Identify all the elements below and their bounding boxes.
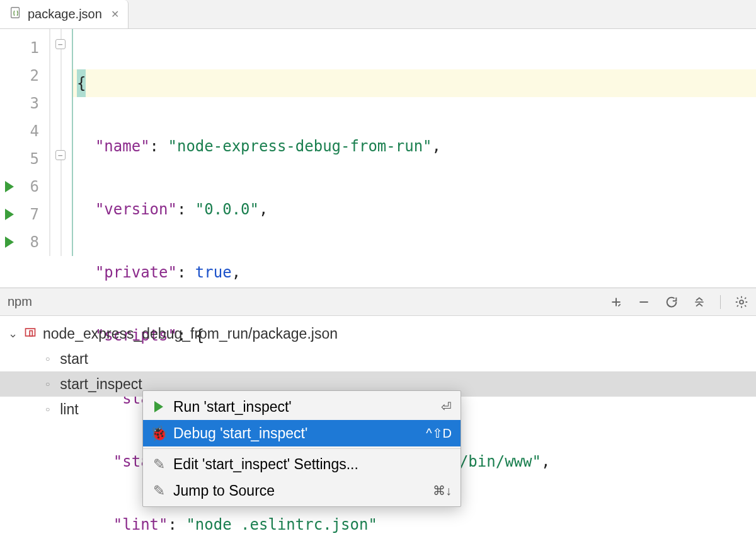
line-number: 3	[30, 90, 39, 117]
code-editor[interactable]: 1 2 3 4 5 6 7 8 − − { "name": "node-expr…	[0, 29, 756, 256]
menu-item-run[interactable]: Run 'start_inspect' ⏎	[143, 393, 461, 420]
npm-script-label: lint	[60, 401, 78, 418]
npm-scripts-tree: ⌄ node_express_debug_from_run/package.js…	[0, 316, 756, 427]
context-menu: Run 'start_inspect' ⏎ 🐞 Debug 'start_ins…	[142, 390, 461, 507]
svg-rect-0	[11, 8, 20, 18]
run-gutter-icon[interactable]	[5, 209, 14, 220]
expand-toggle-icon[interactable]: ⌄	[8, 327, 18, 341]
close-tab-icon[interactable]: ✕	[111, 8, 119, 20]
fold-toggle-icon[interactable]: −	[55, 39, 66, 49]
npm-tree-root[interactable]: ⌄ node_express_debug_from_run/package.js…	[0, 321, 756, 346]
npm-root-label: node_express_debug_from_run/package.json	[43, 325, 338, 342]
line-number: 2	[30, 62, 39, 90]
cursor: {	[77, 69, 86, 97]
code-area[interactable]: { "name": "node-express-debug-from-run",…	[73, 29, 756, 256]
npm-script-label: start_inspect	[60, 376, 142, 393]
play-icon	[152, 401, 166, 412]
menu-item-edit-settings[interactable]: ✎ Edit 'start_inspect' Settings...	[143, 451, 461, 477]
json-file-icon	[9, 6, 23, 23]
bullet-icon: ○	[45, 380, 50, 388]
menu-item-jump-source[interactable]: ✎ Jump to Source ⌘↓	[143, 477, 461, 504]
line-number: 4	[30, 117, 39, 145]
line-number: 5	[30, 145, 39, 173]
menu-separator	[143, 448, 461, 449]
npm-panel-title: npm	[8, 294, 32, 309]
npm-script-item[interactable]: ○ start	[0, 346, 756, 371]
fold-toggle-icon[interactable]: −	[55, 150, 66, 160]
editor-tab[interactable]: package.json ✕	[0, 0, 129, 28]
npm-script-label: start	[60, 351, 88, 368]
tab-bar: package.json ✕	[0, 0, 756, 29]
bullet-icon: ○	[45, 354, 50, 363]
fold-strip: − −	[50, 29, 73, 256]
menu-item-shortcut: ⏎	[441, 399, 452, 414]
tab-label: package.json	[28, 7, 102, 21]
run-gutter-icon[interactable]	[5, 236, 14, 248]
menu-item-label: Debug 'start_inspect'	[173, 425, 418, 442]
menu-item-debug[interactable]: 🐞 Debug 'start_inspect' ^⇧D	[143, 420, 461, 446]
menu-item-label: Edit 'start_inspect' Settings...	[173, 456, 444, 473]
menu-item-label: Jump to Source	[173, 482, 425, 499]
line-number: 8	[30, 228, 39, 256]
svg-rect-3	[30, 330, 32, 335]
edit-icon: ✎	[152, 482, 166, 499]
line-number: 1	[30, 34, 39, 62]
bullet-icon: ○	[45, 405, 50, 414]
line-number: 7	[30, 201, 39, 228]
menu-item-shortcut: ⌘↓	[433, 483, 452, 498]
run-gutter-icon[interactable]	[5, 181, 14, 192]
menu-item-label: Run 'start_inspect'	[173, 399, 433, 416]
menu-item-shortcut: ^⇧D	[426, 426, 452, 441]
line-number: 6	[30, 173, 39, 201]
edit-icon: ✎	[152, 456, 166, 473]
bug-icon: 🐞	[152, 425, 166, 442]
line-gutter: 1 2 3 4 5 6 7 8	[0, 29, 50, 256]
npm-icon	[24, 325, 37, 342]
